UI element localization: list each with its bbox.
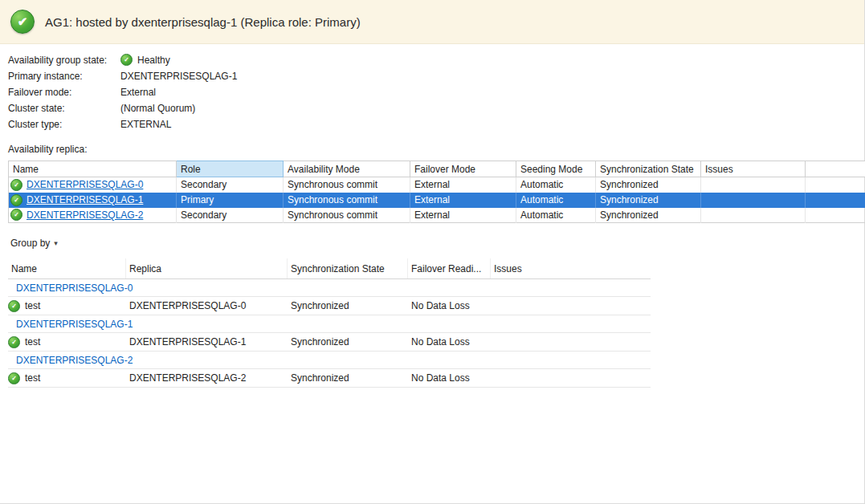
database-row[interactable]: test DXENTERPRISESQLAG-0 Synchronized No…	[8, 297, 651, 315]
replica-healthy-icon	[10, 194, 22, 206]
ag-dashboard: AG1: hosted by dxenterprisesqlag-1 (Repl…	[0, 0, 865, 504]
database-table: Name Replica Synchronization State Failo…	[8, 258, 651, 388]
healthy-check-icon	[120, 54, 133, 66]
filler-cell	[806, 177, 865, 193]
group-state-label: Availability group state:	[8, 55, 120, 66]
seeding-mode-cell: Automatic	[516, 208, 596, 223]
status-row-cluster-state: Cluster state: (Normal Quorum)	[8, 100, 864, 116]
column-header-name[interactable]: Name	[8, 258, 126, 278]
dashboard-header: AG1: hosted by dxenterprisesqlag-1 (Repl…	[0, 0, 864, 44]
failover-mode-cell: External	[410, 208, 516, 223]
group-header-row[interactable]: DXENTERPRISESQLAG-2	[8, 352, 651, 369]
replica-name-link[interactable]: DXENTERPRISESQLAG-1	[27, 194, 143, 205]
availability-mode-cell: Synchronous commit	[284, 193, 410, 208]
failover-mode-cell: External	[410, 193, 516, 208]
healthy-status-icon	[10, 10, 35, 34]
status-row-cluster-type: Cluster type: EXTERNAL	[8, 116, 864, 132]
name-cell: DXENTERPRISESQLAG-1	[9, 193, 177, 208]
filler-cell	[806, 193, 865, 208]
group-by-label: Group by	[10, 238, 50, 249]
synchronization-state-cell: Synchronized	[596, 193, 701, 208]
column-header-issues[interactable]: Issues	[701, 161, 806, 177]
column-header-name[interactable]: Name	[9, 161, 177, 177]
replica-cell: DXENTERPRISESQLAG-2	[126, 372, 288, 384]
database-row[interactable]: test DXENTERPRISESQLAG-1 Synchronized No…	[8, 333, 651, 352]
role-cell: Secondary	[177, 208, 284, 223]
group-name: DXENTERPRISESQLAG-1	[16, 319, 133, 330]
cluster-type-label: Cluster type:	[8, 119, 120, 130]
replica-cell: DXENTERPRISESQLAG-1	[126, 336, 288, 348]
group-header-row[interactable]: DXENTERPRISESQLAG-0	[8, 279, 651, 297]
column-header-role[interactable]: Role	[177, 161, 284, 177]
replica-name-link[interactable]: DXENTERPRISESQLAG-0	[27, 179, 143, 190]
seeding-mode-cell: Automatic	[516, 177, 596, 193]
cluster-state-label: Cluster state:	[8, 103, 120, 114]
group-name: DXENTERPRISESQLAG-0	[16, 282, 133, 294]
replica-row-selected[interactable]: DXENTERPRISESQLAG-1 Primary Synchronous …	[9, 193, 865, 208]
primary-instance-value: DXENTERPRISESQLAG-1	[120, 71, 237, 82]
cluster-state-value: (Normal Quorum)	[120, 103, 195, 114]
database-name: test	[25, 372, 40, 384]
failover-mode-value: External	[120, 87, 156, 98]
database-table-header-row: Name Replica Synchronization State Failo…	[8, 258, 651, 279]
database-name: test	[25, 300, 40, 311]
column-header-replica[interactable]: Replica	[126, 258, 288, 278]
synchronization-state-cell: Synchronized	[596, 177, 701, 193]
name-cell: DXENTERPRISESQLAG-2	[9, 208, 177, 223]
status-row-group-state: Availability group state: Healthy	[8, 52, 864, 67]
replica-row[interactable]: DXENTERPRISESQLAG-2 Secondary Synchronou…	[9, 208, 865, 223]
group-header-row[interactable]: DXENTERPRISESQLAG-1	[8, 315, 651, 333]
database-healthy-icon	[8, 300, 20, 312]
issues-cell	[701, 208, 806, 223]
issues-cell	[701, 193, 806, 208]
column-header-issues[interactable]: Issues	[491, 258, 651, 278]
synchronization-state-cell: Synchronized	[288, 336, 408, 348]
replica-name-link[interactable]: DXENTERPRISESQLAG-2	[27, 209, 143, 221]
role-cell: Primary	[177, 193, 284, 208]
failover-mode-label: Failover mode:	[8, 87, 120, 98]
database-name: test	[25, 336, 40, 348]
synchronization-state-cell: Synchronized	[288, 372, 408, 384]
status-row-failover-mode: Failover mode: External	[8, 84, 864, 100]
group-state-text: Healthy	[137, 55, 170, 66]
status-row-primary-instance: Primary instance: DXENTERPRISESQLAG-1	[8, 68, 864, 83]
failover-mode-cell: External	[410, 177, 516, 193]
synchronization-state-cell: Synchronized	[288, 300, 408, 311]
seeding-mode-cell: Automatic	[516, 193, 596, 208]
database-name-cell: test	[8, 336, 126, 348]
column-header-seeding-mode[interactable]: Seeding Mode	[516, 161, 596, 177]
failover-readiness-cell: No Data Loss	[408, 300, 491, 311]
name-cell: DXENTERPRISESQLAG-0	[9, 177, 177, 193]
replica-table-header-row: Name Role Availability Mode Failover Mod…	[9, 161, 865, 177]
primary-instance-label: Primary instance:	[8, 71, 120, 82]
replica-cell: DXENTERPRISESQLAG-0	[126, 300, 288, 311]
replica-healthy-icon	[10, 179, 22, 191]
availability-replica-table: Name Role Availability Mode Failover Mod…	[8, 161, 865, 223]
availability-mode-cell: Synchronous commit	[284, 208, 410, 223]
column-header-synchronization-state[interactable]: Synchronization State	[288, 258, 408, 278]
filler-cell	[806, 208, 865, 223]
chevron-down-icon: ▾	[54, 239, 58, 247]
group-by-button[interactable]: Group by ▾	[8, 236, 60, 250]
synchronization-state-cell: Synchronized	[596, 208, 701, 223]
group-name: DXENTERPRISESQLAG-2	[16, 355, 133, 366]
database-name-cell: test	[8, 372, 126, 384]
column-header-synchronization-state[interactable]: Synchronization State	[596, 161, 701, 177]
page-title: AG1: hosted by dxenterprisesqlag-1 (Repl…	[45, 15, 361, 29]
failover-readiness-cell: No Data Loss	[408, 372, 491, 384]
replica-row[interactable]: DXENTERPRISESQLAG-0 Secondary Synchronou…	[9, 177, 865, 193]
database-row[interactable]: test DXENTERPRISESQLAG-2 Synchronized No…	[8, 369, 651, 388]
role-cell: Secondary	[177, 177, 284, 193]
group-state-value: Healthy	[120, 54, 170, 66]
database-name-cell: test	[8, 300, 126, 312]
replica-healthy-icon	[10, 209, 22, 221]
column-header-filler	[806, 161, 865, 177]
issues-cell	[701, 177, 806, 193]
failover-readiness-cell: No Data Loss	[408, 336, 491, 348]
cluster-type-value: EXTERNAL	[120, 119, 171, 130]
column-header-availability-mode[interactable]: Availability Mode	[284, 161, 410, 177]
column-header-failover-mode[interactable]: Failover Mode	[410, 161, 516, 177]
database-healthy-icon	[8, 336, 20, 348]
column-header-failover-readiness[interactable]: Failover Readi...	[408, 258, 491, 278]
availability-replica-label: Availability replica:	[8, 144, 864, 155]
